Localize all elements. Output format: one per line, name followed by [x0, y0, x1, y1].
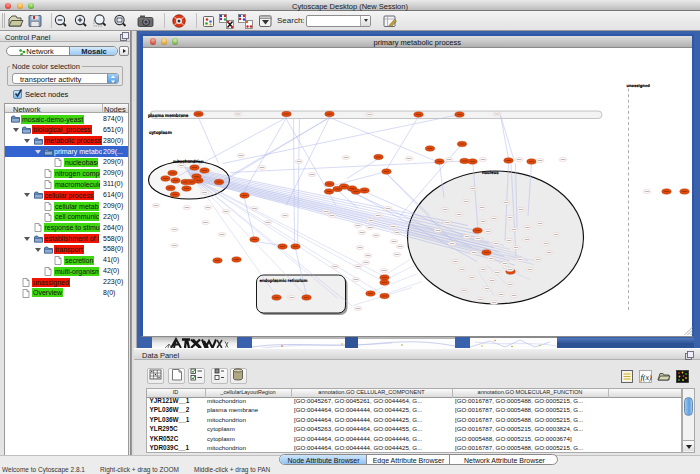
- svg-text:cytoplasm: cytoplasm: [149, 129, 172, 134]
- svg-text:f(x): f(x): [641, 373, 652, 382]
- svg-text:unassigned: unassigned: [626, 82, 650, 87]
- svg-text:endoplasmic reticulum: endoplasmic reticulum: [259, 278, 307, 283]
- svg-text:nucleus: nucleus: [482, 170, 499, 175]
- svg-text:plasma membrane: plasma membrane: [148, 113, 189, 118]
- svg-text:mitochondrion: mitochondrion: [173, 159, 204, 164]
